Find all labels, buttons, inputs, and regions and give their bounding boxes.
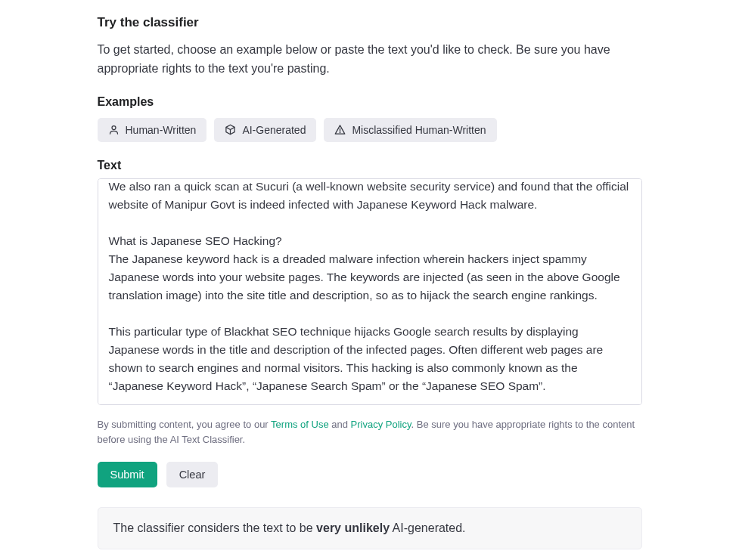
tos-pre: By submitting content, you agree to our — [98, 419, 272, 430]
chip-label: AI-Generated — [242, 124, 306, 136]
terms-link[interactable]: Terms of Use — [271, 419, 329, 430]
result-pre: The classifier considers the text to be — [113, 521, 317, 534]
example-chip-ai-generated[interactable]: AI-Generated — [214, 118, 316, 142]
example-chip-human-written[interactable]: Human-Written — [98, 118, 207, 142]
submit-button[interactable]: Submit — [98, 462, 157, 487]
chip-label: Misclassified Human-Written — [352, 124, 486, 136]
result-post: AI-generated. — [390, 521, 466, 534]
intro-text: To get started, choose an example below … — [98, 41, 642, 79]
text-label: Text — [98, 159, 642, 172]
chip-label: Human-Written — [126, 124, 197, 136]
example-chips: Human-Written AI-Generated Misclassified… — [98, 118, 642, 142]
tos-mid: and — [329, 419, 351, 430]
result-verdict: very unlikely — [316, 521, 390, 534]
svg-point-0 — [112, 126, 116, 130]
result-panel: The classifier considers the text to be … — [98, 507, 642, 549]
svg-point-2 — [340, 132, 341, 133]
clear-button[interactable]: Clear — [166, 462, 219, 487]
cube-icon — [225, 124, 236, 135]
example-chip-misclassified[interactable]: Misclassified Human-Written — [324, 118, 496, 142]
page-title: Try the classifier — [98, 15, 642, 30]
actions-row: Submit Clear — [98, 462, 642, 487]
warning-icon — [334, 124, 346, 135]
person-icon — [108, 124, 120, 135]
text-input[interactable] — [98, 178, 642, 405]
tos-text: By submitting content, you agree to our … — [98, 417, 642, 449]
privacy-link[interactable]: Privacy Policy — [351, 419, 411, 430]
examples-heading: Examples — [98, 95, 642, 109]
